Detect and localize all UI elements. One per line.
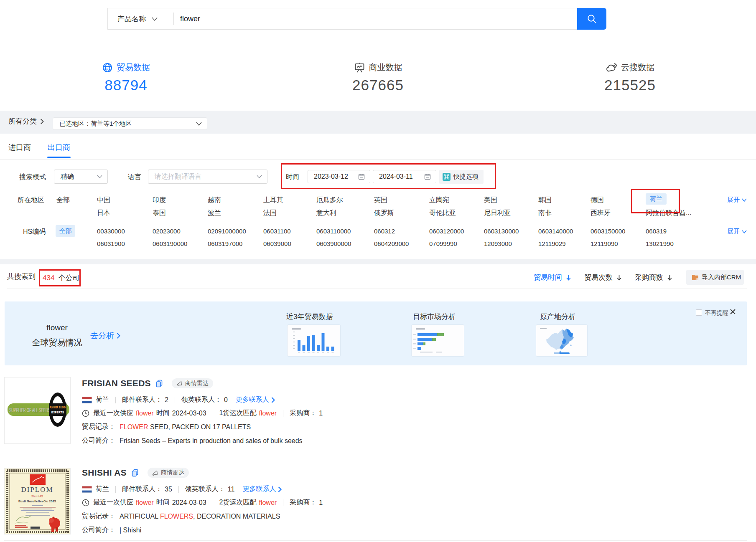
region-option[interactable]: 阿拉伯联合酋... [646, 209, 691, 218]
region-expand-link[interactable]: 展开 [727, 196, 747, 204]
supply-date: 2024-03-03 [172, 499, 206, 507]
company-logo[interactable]: SUPPLIER OF ALL SEEDS FLOWER BLEND EXPER… [4, 377, 71, 444]
tab-exporters[interactable]: 出口商 [48, 142, 70, 152]
hs-code-option[interactable]: 00330000 [97, 228, 125, 235]
language-select[interactable]: 请选择翻译语言 [148, 170, 267, 184]
copy-icon[interactable] [132, 469, 138, 477]
search-input[interactable]: flower [180, 15, 577, 23]
region-option[interactable]: 土耳其 [263, 196, 283, 205]
region-option[interactable]: 俄罗斯 [374, 209, 394, 218]
trade-record-part: ARTIFICUAL [120, 513, 160, 520]
hs-code-option[interactable]: 0603140000 [538, 228, 573, 235]
hs-code-option[interactable]: 06031100 [263, 228, 291, 235]
region-option[interactable]: 南非 [538, 209, 552, 218]
hs-code-option[interactable]: 0603150000 [591, 228, 625, 235]
hs-code-option[interactable]: 02023000 [153, 228, 181, 235]
chevron-down-icon [152, 17, 158, 21]
quick-options-button[interactable]: 快捷选项 [439, 170, 484, 184]
region-option[interactable]: 厄瓜多尔 [316, 196, 343, 205]
import-crm-button[interactable]: 导入内部CRM [686, 270, 744, 285]
banner-keyword: flower [28, 323, 86, 332]
region-option[interactable]: 立陶宛 [429, 196, 449, 205]
sort-trade-time[interactable]: 贸易时间 [534, 273, 571, 282]
search-mode-select[interactable]: 精确 [54, 170, 108, 184]
hs-code-option[interactable]: 12119090 [591, 240, 618, 247]
region-option[interactable]: 泰国 [153, 209, 166, 218]
card-divider [4, 540, 747, 541]
hs-code-option[interactable]: 0603130000 [484, 228, 519, 235]
company-name[interactable]: FRISIAN SEEDS [82, 378, 151, 388]
china-map-thumbnail[interactable] [536, 325, 587, 356]
tab-importers[interactable]: 进口商 [8, 142, 31, 152]
all-categories-link[interactable]: 所有分类 [8, 117, 44, 126]
close-icon[interactable] [730, 309, 736, 315]
market-chart-thumbnail[interactable] [412, 325, 464, 356]
sort-label: 贸易次数 [584, 273, 613, 282]
hs-code-option[interactable]: 0603900000 [316, 240, 351, 247]
separator [178, 486, 179, 493]
cloud-search-icon [606, 62, 617, 73]
region-option[interactable]: 英国 [374, 196, 387, 205]
selected-region-select[interactable]: 已选地区：荷兰等1个地区 [53, 117, 207, 130]
supply-time-label: 时间 [156, 498, 170, 507]
region-option[interactable]: 越南 [208, 196, 221, 205]
more-contacts-link[interactable]: 更多联系人 [236, 395, 275, 404]
hs-code-option[interactable]: 13021990 [646, 240, 674, 247]
search-category-select[interactable]: 产品名称 [108, 14, 166, 24]
region-option[interactable]: 哥伦比亚 [429, 209, 456, 218]
hs-code-option[interactable]: 07099990 [429, 240, 457, 247]
region-all[interactable]: 全部 [56, 196, 70, 205]
region-option[interactable]: 美国 [484, 196, 497, 205]
last-supply-prefix: 最近一次供应 [93, 498, 133, 507]
go-analyze-label: 去分析 [90, 330, 114, 341]
hs-code-option[interactable]: 12119029 [538, 240, 566, 247]
hs-code-option[interactable]: 02091000000 [208, 228, 246, 235]
region-option[interactable]: 中国 [97, 196, 110, 205]
hs-code-option[interactable]: 0603120000 [429, 228, 464, 235]
hs-code-option[interactable]: 12093000 [484, 240, 512, 247]
company-name[interactable]: SHISHI AS [82, 468, 127, 478]
hs-code-option[interactable]: 0603190000 [153, 240, 187, 247]
badge-label: 商情雷达 [161, 469, 184, 476]
region-option[interactable]: 法国 [263, 209, 277, 218]
stat-trade-data[interactable]: 贸易数据 88794 [0, 59, 252, 98]
region-option[interactable]: 韩国 [538, 196, 552, 205]
hs-code-option[interactable]: 0603110000 [316, 228, 351, 235]
date-from-input[interactable]: 2023-03-12 [308, 170, 370, 183]
chevron-right-icon [271, 397, 275, 403]
bar-chart-thumbnail[interactable] [288, 325, 340, 356]
region-option[interactable]: 日本 [97, 209, 110, 218]
logo-oval-line1: FLOWER BLEND [50, 406, 66, 409]
company-country: 荷兰 [96, 485, 109, 494]
hs-code-option[interactable]: 06039000 [263, 240, 291, 247]
separator [115, 397, 116, 403]
hs-code-option[interactable]: 0603197000 [208, 240, 242, 247]
search-mode-label: 搜索模式 [19, 173, 46, 182]
hs-code-option[interactable]: 0604209000 [374, 240, 409, 247]
copy-icon[interactable] [156, 380, 163, 388]
stat-cloud-search-data[interactable]: 云搜数据 215525 [504, 59, 756, 98]
region-option[interactable]: 德国 [591, 196, 604, 205]
china-map-image [536, 325, 587, 356]
region-option[interactable]: 意大利 [316, 209, 336, 218]
dismiss-checkbox[interactable] [696, 309, 702, 316]
hs-code-option[interactable]: 060319 [646, 228, 667, 235]
stat-value: 88794 [104, 77, 147, 94]
region-option[interactable]: 印度 [153, 196, 166, 205]
hs-expand-link[interactable]: 展开 [727, 228, 747, 236]
stat-business-data[interactable]: 商业数据 267665 [252, 59, 504, 98]
search-button[interactable] [577, 8, 606, 30]
region-option-selected[interactable]: 荷兰 [646, 193, 667, 205]
sort-buyer-count[interactable]: 采购商数 [635, 273, 672, 282]
region-option[interactable]: 波兰 [208, 209, 221, 218]
hs-code-option[interactable]: 060312 [374, 228, 395, 235]
company-logo[interactable]: DIPLOM Shishi AS Eesti Gasellettevõte 20… [4, 468, 71, 534]
region-option[interactable]: 尼日利亚 [484, 209, 511, 218]
date-to-input[interactable]: 2024-03-11 [373, 170, 436, 183]
hs-code-option[interactable]: 06031900 [97, 240, 125, 247]
hs-all-chip[interactable]: 全部 [56, 225, 75, 237]
sort-trade-count[interactable]: 贸易次数 [584, 273, 622, 282]
region-option[interactable]: 西班牙 [591, 209, 611, 218]
more-contacts-link[interactable]: 更多联系人 [242, 485, 282, 494]
go-analyze-link[interactable]: 去分析 [90, 330, 120, 341]
